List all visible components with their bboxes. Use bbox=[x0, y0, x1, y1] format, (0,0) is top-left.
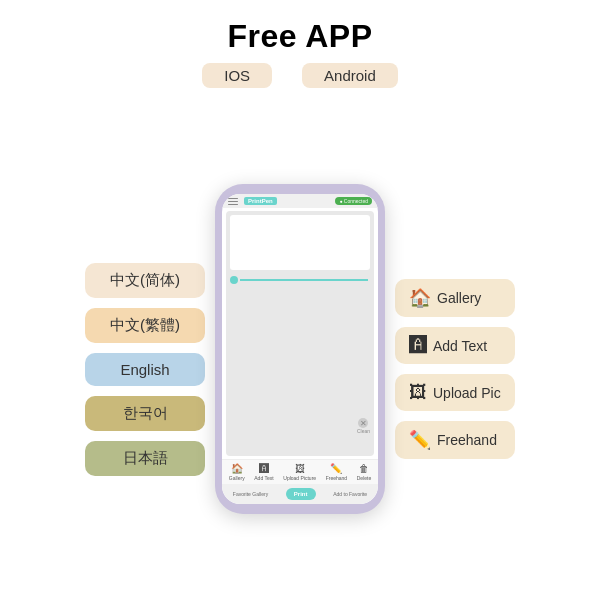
clean-button[interactable]: ✕ Clean bbox=[357, 418, 370, 434]
platform-row: IOS Android bbox=[202, 63, 398, 88]
page-title: Free APP bbox=[227, 18, 372, 55]
delete-tool-label: Delete bbox=[357, 475, 371, 481]
android-button[interactable]: Android bbox=[302, 63, 398, 88]
gallery-feature-label: Gallery bbox=[437, 290, 481, 306]
white-canvas bbox=[230, 215, 370, 270]
tool-freehand[interactable]: ✏️ Freehand bbox=[326, 463, 347, 481]
feature-freehand[interactable]: ✏️ Freehand bbox=[395, 421, 515, 459]
phone-body: PrintPen ● Connected ✕ Clean bbox=[215, 184, 385, 514]
feature-addtext[interactable]: 🅰 Add Text bbox=[395, 327, 515, 364]
upload-tool-label: Upload Picture bbox=[283, 475, 316, 481]
language-panel: 中文(简体) 中文(繁體) English 한국어 日本語 bbox=[85, 263, 205, 476]
phone-topbar: PrintPen ● Connected bbox=[222, 194, 378, 208]
lang-english[interactable]: English bbox=[85, 353, 205, 386]
freehand-tool-icon: ✏️ bbox=[330, 463, 342, 474]
freehand-feature-label: Freehand bbox=[437, 432, 497, 448]
app-logo: PrintPen bbox=[244, 197, 277, 205]
hamburger-icon bbox=[228, 198, 238, 205]
phone-toolbar: 🏠 Gallery 🅰 Add Text 🖼 Upload Picture ✏️… bbox=[222, 459, 378, 484]
freehand-feature-icon: ✏️ bbox=[409, 429, 431, 451]
delete-tool-icon: 🗑 bbox=[359, 463, 369, 474]
gallery-tool-label: Gallery bbox=[229, 475, 245, 481]
favorite-gallery-text: Favorite Gallery bbox=[233, 491, 268, 497]
print-button[interactable]: Print bbox=[286, 488, 316, 500]
clean-label: Clean bbox=[357, 428, 370, 434]
slider-dot bbox=[230, 276, 238, 284]
feature-upload[interactable]: 🖼 Upload Pic bbox=[395, 374, 515, 411]
canvas-area: ✕ Clean bbox=[226, 211, 374, 456]
tool-gallery[interactable]: 🏠 Gallery bbox=[229, 463, 245, 481]
tool-upload[interactable]: 🖼 Upload Picture bbox=[283, 463, 316, 481]
lang-korean[interactable]: 한국어 bbox=[85, 396, 205, 431]
clean-icon: ✕ bbox=[358, 418, 368, 428]
gallery-tool-icon: 🏠 bbox=[231, 463, 243, 474]
add-to-favorite-text: Add to Favorite bbox=[333, 491, 367, 497]
lang-japanese[interactable]: 日本語 bbox=[85, 441, 205, 476]
lang-zh-traditional[interactable]: 中文(繁體) bbox=[85, 308, 205, 343]
addtext-tool-label: Add Text bbox=[254, 475, 273, 481]
addtext-feature-label: Add Text bbox=[433, 338, 487, 354]
lang-zh-simplified[interactable]: 中文(简体) bbox=[85, 263, 205, 298]
phone-mockup: PrintPen ● Connected ✕ Clean bbox=[215, 184, 385, 514]
phone-bottombar: Favorite Gallery Print Add to Favorite bbox=[222, 484, 378, 504]
freehand-tool-label: Freehand bbox=[326, 475, 347, 481]
phone-screen: PrintPen ● Connected ✕ Clean bbox=[222, 194, 378, 504]
ios-button[interactable]: IOS bbox=[202, 63, 272, 88]
feature-panel: 🏠 Gallery 🅰 Add Text 🖼 Upload Pic ✏️ Fre… bbox=[395, 279, 515, 459]
gallery-feature-icon: 🏠 bbox=[409, 287, 431, 309]
upload-feature-icon: 🖼 bbox=[409, 382, 427, 403]
tool-addtext[interactable]: 🅰 Add Text bbox=[254, 463, 273, 481]
addtext-feature-icon: 🅰 bbox=[409, 335, 427, 356]
main-area: 中文(简体) 中文(繁體) English 한국어 日本語 PrintPen ●… bbox=[0, 98, 600, 600]
tool-delete[interactable]: 🗑 Delete bbox=[357, 463, 371, 481]
upload-tool-icon: 🖼 bbox=[295, 463, 305, 474]
connected-status: ● Connected bbox=[335, 197, 372, 205]
slider-line bbox=[240, 279, 368, 281]
feature-gallery[interactable]: 🏠 Gallery bbox=[395, 279, 515, 317]
slider-row bbox=[226, 274, 374, 286]
addtext-tool-icon: 🅰 bbox=[259, 463, 269, 474]
upload-feature-label: Upload Pic bbox=[433, 385, 501, 401]
